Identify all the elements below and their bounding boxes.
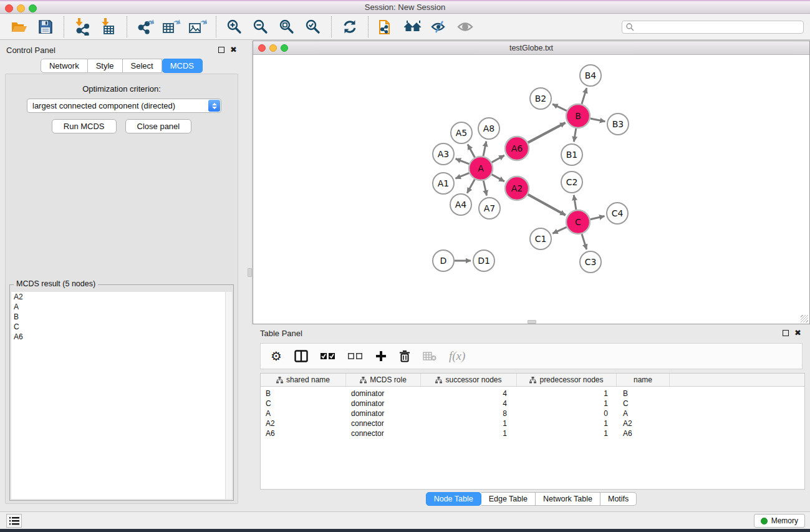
tab-node-table[interactable]: Node Table (426, 492, 481, 506)
horizontal-splitter-handle[interactable] (528, 320, 536, 324)
graph-edge-C-C3[interactable] (582, 234, 587, 249)
node-table[interactable]: shared name MCDS role successor nodes pr… (260, 373, 805, 490)
float-table-panel-icon[interactable] (783, 330, 789, 336)
graph-edge-B-B4[interactable] (582, 88, 587, 104)
graph-node-B3[interactable]: B3 (607, 114, 629, 135)
show-column-icon[interactable] (294, 350, 308, 362)
column-header-predecessor-nodes[interactable]: predecessor nodes (517, 374, 617, 386)
zoom-window-button[interactable] (29, 4, 37, 12)
add-column-icon[interactable] (375, 351, 387, 362)
search-input[interactable] (635, 22, 803, 32)
network-minimize-button[interactable] (269, 44, 277, 52)
minimize-window-button[interactable] (17, 4, 25, 12)
graph-edge-A-A8[interactable] (483, 142, 486, 157)
task-history-button[interactable] (6, 514, 22, 528)
toggle-graphics-details-icon[interactable] (429, 17, 449, 37)
window-resize-grip[interactable] (801, 315, 808, 322)
import-table-icon[interactable] (99, 17, 118, 37)
close-table-panel-icon[interactable]: ✖ (794, 330, 801, 336)
open-session-icon[interactable] (9, 17, 29, 37)
graph-edge-A-A6[interactable] (492, 155, 504, 162)
graph-node-D1[interactable]: D1 (473, 250, 494, 271)
new-network-document-icon[interactable] (377, 17, 397, 37)
export-network-icon[interactable] (135, 17, 155, 37)
graph-node-A1[interactable]: A1 (433, 173, 454, 194)
graph-node-A4[interactable]: A4 (450, 194, 471, 215)
network-zoom-button[interactable] (281, 44, 288, 52)
graph-node-C1[interactable]: C1 (530, 228, 551, 249)
tab-edge-table[interactable]: Edge Table (481, 492, 536, 506)
graph-node-A[interactable]: A (469, 157, 493, 180)
graph-node-B2[interactable]: B2 (530, 88, 551, 109)
graph-edge-A-A1[interactable] (455, 173, 469, 178)
graph-edge-C-C1[interactable] (552, 227, 567, 233)
network-canvas[interactable]: B4B2BB3A5A8A6B1A3AA1C2A2A4A7C4CC1C3DD1 (253, 55, 809, 324)
graph-edge-A-A4[interactable] (467, 180, 475, 193)
show-hide-icon[interactable] (455, 17, 475, 37)
graph-node-A6[interactable]: A6 (505, 137, 529, 160)
result-item[interactable]: A (11, 302, 232, 312)
close-panel-button[interactable]: Close panel (125, 119, 192, 133)
zoom-in-icon[interactable] (224, 17, 244, 37)
function-builder-icon[interactable]: f(x) (449, 349, 465, 363)
export-image-icon[interactable] (188, 17, 208, 37)
search-field[interactable] (622, 21, 804, 34)
graph-node-B[interactable]: B (566, 104, 590, 128)
table-row[interactable]: A2connector11A2 (261, 418, 804, 428)
delete-column-icon[interactable] (399, 350, 410, 362)
graph-node-C2[interactable]: C2 (561, 172, 582, 193)
result-item[interactable]: A2 (11, 292, 232, 302)
graph-edge-A6-B[interactable] (528, 123, 566, 143)
result-item[interactable]: B (11, 312, 232, 322)
tab-network[interactable]: Network (41, 59, 88, 73)
graph-edge-A-A2[interactable] (492, 175, 504, 181)
export-table-icon[interactable] (162, 17, 181, 37)
result-item[interactable]: C (11, 322, 232, 332)
home-icon[interactable] (403, 17, 423, 37)
column-header-name[interactable]: name (617, 374, 670, 386)
close-panel-icon[interactable]: ✖ (230, 47, 237, 53)
graph-edge-C-C2[interactable] (574, 195, 576, 210)
delete-table-icon[interactable] (423, 351, 436, 361)
result-scrollbar[interactable] (225, 292, 232, 499)
select-all-columns-icon[interactable] (321, 352, 335, 360)
tab-mcds[interactable]: MCDS (162, 59, 203, 73)
column-header-mcds-role[interactable]: MCDS role (346, 374, 421, 386)
run-mcds-button[interactable]: Run MCDS (52, 119, 117, 133)
graph-node-B4[interactable]: B4 (580, 65, 601, 86)
float-panel-icon[interactable] (218, 47, 224, 53)
memory-button[interactable]: Memory (754, 514, 805, 528)
graph-node-A3[interactable]: A3 (433, 143, 454, 165)
table-row[interactable]: Bdominator41B (261, 389, 804, 399)
zoom-fit-icon[interactable] (277, 17, 297, 37)
import-network-icon[interactable] (72, 17, 92, 37)
tab-network-table[interactable]: Network Table (536, 492, 600, 506)
table-row[interactable]: A6connector11A6 (261, 428, 804, 438)
criterion-dropdown[interactable]: largest connected component (directed) (27, 99, 221, 113)
graph-edge-A-A5[interactable] (468, 144, 475, 157)
graph-node-C3[interactable]: C3 (580, 251, 601, 273)
tab-select[interactable]: Select (123, 59, 162, 73)
result-item[interactable]: A6 (11, 332, 232, 342)
table-row[interactable]: Cdominator41C (261, 399, 804, 409)
graph-edge-A-A7[interactable] (483, 181, 486, 196)
graph-node-A5[interactable]: A5 (451, 122, 472, 143)
zoom-selected-icon[interactable] (303, 17, 323, 37)
graph-edge-B-B1[interactable] (574, 128, 576, 142)
graph-edge-B-B2[interactable] (552, 104, 567, 111)
table-row[interactable]: Adominator80A (261, 409, 804, 418)
graph-node-C[interactable]: C (566, 210, 590, 234)
zoom-out-icon[interactable] (251, 17, 271, 37)
graph-edge-B-B3[interactable] (591, 118, 605, 122)
column-header-shared-name[interactable]: shared name (261, 374, 346, 386)
graph-edge-A2-C[interactable] (528, 195, 566, 215)
network-window-titlebar[interactable]: testGlobe.txt (253, 41, 809, 55)
graph-edge-C-C4[interactable] (591, 216, 605, 220)
graph-node-A8[interactable]: A8 (478, 118, 499, 139)
settings-gear-icon[interactable]: ⚙ (271, 350, 282, 362)
graph-node-C4[interactable]: C4 (607, 203, 628, 224)
mcds-result-list[interactable]: A2ABCA6 (11, 292, 232, 499)
graph-node-D[interactable]: D (433, 250, 454, 271)
save-session-icon[interactable] (36, 17, 55, 37)
graph-node-B1[interactable]: B1 (561, 144, 582, 165)
